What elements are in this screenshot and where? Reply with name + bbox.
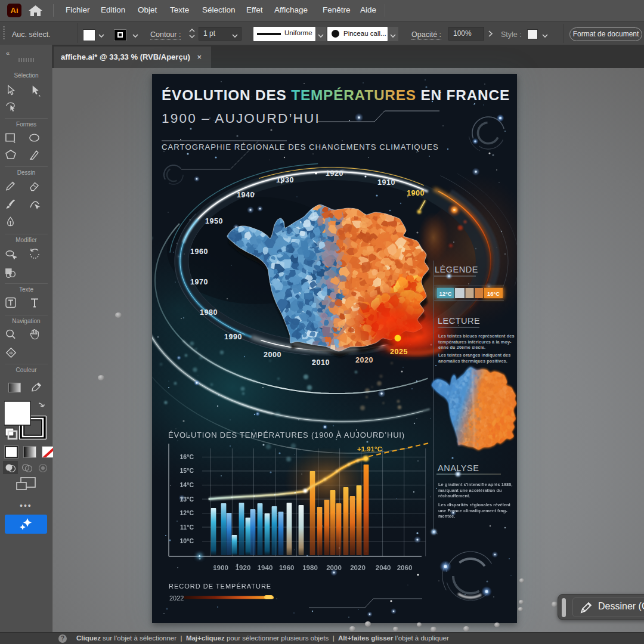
- svg-text:mentée.: mentée.: [438, 513, 455, 519]
- svg-text:2000: 2000: [326, 564, 342, 571]
- svg-text:12°C: 12°C: [439, 290, 451, 297]
- svg-text:Le gradient s'intensifie après: Le gradient s'intensifie après 1980,: [438, 482, 513, 487]
- svg-text:1900: 1900: [407, 189, 425, 197]
- svg-text:Les disparités régionales révè: Les disparités régionales révèlent: [438, 502, 510, 507]
- svg-text:une France climatiquement frag: une France climatiquement frag-: [438, 508, 507, 513]
- svg-text:réchauffement.: réchauffement.: [438, 493, 470, 499]
- svg-text:CARTOGRAPHIE RÉGIONALE DES CHA: CARTOGRAPHIE RÉGIONALE DES CHANGEMENTS C…: [162, 143, 439, 151]
- svg-text:2025: 2025: [390, 348, 408, 356]
- svg-text:LÉGENDE: LÉGENDE: [435, 265, 478, 274]
- svg-text:16°C: 16°C: [487, 290, 500, 297]
- svg-text:10°C: 10°C: [180, 537, 194, 544]
- svg-text:+1.91°C: +1.91°C: [357, 445, 382, 453]
- svg-text:14°C: 14°C: [180, 481, 194, 488]
- svg-text:enne du 20ème siècle.: enne du 20ème siècle.: [438, 345, 485, 350]
- svg-text:1960: 1960: [190, 247, 208, 256]
- svg-text:1940: 1940: [258, 564, 273, 571]
- svg-text:12°C: 12°C: [180, 509, 194, 516]
- svg-text:1900 – AUJOURD’HUI: 1900 – AUJOURD’HUI: [162, 111, 320, 126]
- svg-text:Les teintes oranges indiquent: Les teintes oranges indiquent des: [438, 352, 510, 358]
- svg-text:ÉVOLUTION DES TEMPÉRATURES EN: ÉVOLUTION DES TEMPÉRATURES EN FRANCE: [162, 87, 510, 103]
- svg-text:1920: 1920: [236, 564, 251, 571]
- svg-text:1980: 1980: [302, 564, 318, 571]
- svg-text:températures inférieures à la: températures inférieures à la moy-: [438, 339, 512, 345]
- svg-text:13°C: 13°C: [180, 496, 194, 503]
- svg-text:2020: 2020: [350, 564, 366, 571]
- svg-text:1910: 1910: [377, 178, 395, 187]
- svg-text:LECTURE: LECTURE: [438, 316, 480, 326]
- svg-text:1950: 1950: [205, 217, 223, 225]
- svg-text:ÉVOLUTION DES TEMPÉRATURES (19: ÉVOLUTION DES TEMPÉRATURES (1900 À AUJOU…: [168, 431, 405, 439]
- svg-text:1920: 1920: [326, 169, 343, 178]
- svg-text:2020: 2020: [355, 356, 373, 364]
- svg-text:1960: 1960: [279, 564, 295, 571]
- svg-text:2060: 2060: [397, 564, 413, 571]
- svg-text:1930: 1930: [276, 176, 294, 184]
- svg-text:RECORD DE TEMPÉRATURE: RECORD DE TEMPÉRATURE: [169, 583, 271, 590]
- svg-text:1970: 1970: [190, 278, 208, 286]
- svg-text:2000: 2000: [264, 351, 281, 359]
- svg-text:2010: 2010: [312, 358, 330, 367]
- svg-text:Les teintes bleues représenten: Les teintes bleues représentent des: [438, 333, 515, 339]
- svg-text:1980: 1980: [200, 308, 218, 317]
- svg-text:15°C: 15°C: [180, 467, 194, 474]
- svg-text:anomalies thermiques positives: anomalies thermiques positives.: [438, 358, 507, 364]
- svg-text:2022: 2022: [169, 595, 184, 602]
- svg-text:ANALYSE: ANALYSE: [438, 463, 479, 473]
- svg-text:16°C: 16°C: [180, 453, 194, 460]
- svg-text:11°C: 11°C: [180, 524, 194, 531]
- svg-text:1940: 1940: [237, 191, 255, 199]
- svg-text:1900: 1900: [213, 564, 228, 571]
- svg-text:1990: 1990: [224, 333, 242, 341]
- svg-text:marquant une accélération du: marquant une accélération du: [438, 488, 502, 493]
- svg-text:2040: 2040: [376, 564, 391, 571]
